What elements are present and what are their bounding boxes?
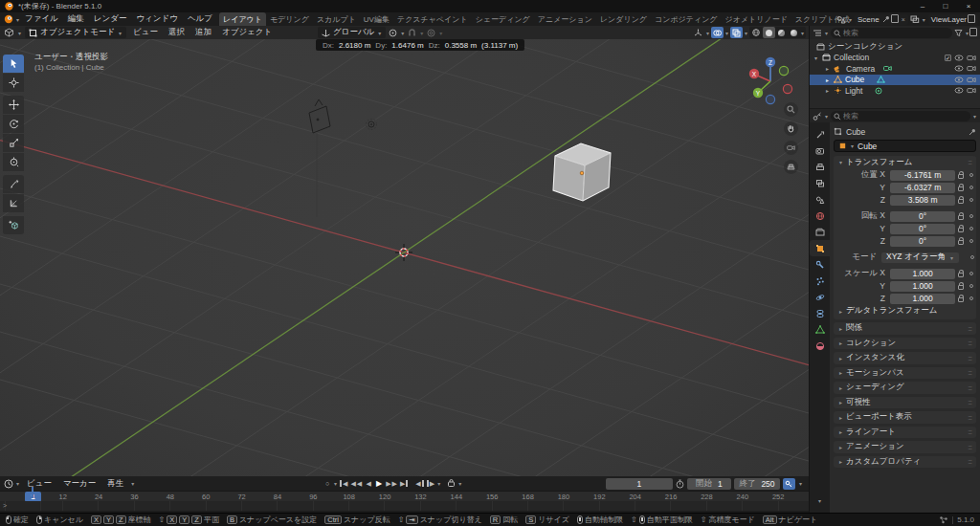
collection-render-camera-icon[interactable] — [967, 55, 976, 61]
scale-x-keyframe[interactable] — [967, 272, 976, 275]
start-frame-field[interactable]: 開始1 — [687, 478, 731, 490]
tab-object[interactable] — [810, 240, 830, 256]
channel-expand-icon[interactable]: > — [3, 501, 7, 511]
panel-custom-properties[interactable]: ▸カスタムプロパティ:::: — [834, 456, 976, 469]
tab-output[interactable] — [810, 159, 830, 175]
scale-y-field[interactable]: 1.000 — [890, 281, 956, 292]
new-viewlayer-icon[interactable] — [969, 16, 975, 23]
outliner-search-input[interactable] — [831, 28, 952, 38]
proportional-chevron-icon[interactable]: ▾ — [439, 30, 442, 36]
location-x-keyframe[interactable] — [967, 173, 976, 177]
playback-sync-button[interactable] — [446, 478, 457, 490]
properties-search-input[interactable] — [831, 111, 970, 121]
outliner-filter-chevron-icon[interactable]: ▾ — [966, 30, 969, 36]
location-z-lock[interactable] — [955, 196, 967, 204]
location-y-keyframe[interactable] — [967, 186, 976, 189]
timeline-track-area[interactable]: > — [0, 501, 809, 511]
current-frame-field[interactable]: 1 — [606, 478, 673, 490]
tool-annotate[interactable] — [3, 175, 24, 193]
rotation-y-lock[interactable] — [955, 225, 967, 232]
timeline-editor-chevron-icon[interactable]: ▾ — [16, 480, 19, 487]
collection-hide-eye-icon[interactable] — [954, 55, 964, 61]
delta-transform-panel-header[interactable]: ▸ デルタトランスフォーム — [834, 305, 976, 317]
tool-select-box[interactable] — [3, 55, 24, 73]
tab-physics[interactable] — [810, 289, 830, 305]
tool-move[interactable] — [3, 96, 24, 114]
tab-collection[interactable] — [810, 224, 830, 240]
workspace-tab-shading[interactable]: シェーディング — [472, 12, 534, 26]
scene-icon[interactable] — [836, 15, 846, 24]
shading-chevron-icon[interactable]: ▾ — [801, 30, 804, 36]
panel-relations[interactable]: ▸関係:::: — [834, 322, 976, 335]
tab-particles[interactable] — [810, 273, 830, 289]
auto-keying-chevron-icon[interactable]: ▾ — [334, 480, 337, 487]
tool-scale[interactable] — [3, 134, 24, 152]
close-button[interactable]: × — [957, 0, 980, 12]
menu-edit[interactable]: 編集 — [63, 13, 89, 25]
scale-z-lock[interactable] — [955, 295, 967, 302]
tab-render[interactable] — [810, 142, 830, 159]
scale-z-field[interactable]: 1.000 — [890, 294, 956, 304]
new-scene-icon[interactable] — [893, 16, 899, 23]
tab-tool[interactable] — [810, 126, 830, 142]
play-reverse-button[interactable]: ◀ — [364, 478, 373, 490]
properties-editor-icon[interactable] — [813, 112, 822, 121]
cube-render-camera-icon[interactable] — [967, 77, 976, 83]
rotation-mode-keyframe[interactable] — [969, 255, 976, 259]
play-button[interactable]: ▶ — [374, 478, 384, 490]
zoom-button[interactable] — [784, 102, 798, 117]
pin-id-button[interactable] — [969, 128, 976, 136]
outliner-display-chevron-icon[interactable]: ▾ — [825, 30, 828, 36]
outliner-filter-icon[interactable] — [954, 29, 963, 37]
transform-panel-header[interactable]: ▾ トランスフォーム :::: — [834, 156, 976, 168]
timeline-menu-marker[interactable]: マーカー — [58, 478, 100, 490]
outliner-row-collection[interactable]: ▾ Collection ✓ — [810, 53, 980, 64]
pivot-point-button[interactable] — [387, 27, 399, 38]
panel-viewport-display[interactable]: ▸ビューポート表示:::: — [834, 411, 976, 424]
workspace-tab-rendering[interactable]: レンダリング — [596, 12, 651, 26]
workspace-tab-geonodes[interactable]: ジオメトリノード — [722, 12, 791, 26]
tab-object-data[interactable] — [810, 321, 830, 338]
minimize-button[interactable]: – — [911, 0, 934, 12]
tab-scene[interactable] — [810, 191, 830, 208]
pan-button[interactable] — [784, 121, 798, 136]
tab-viewlayer[interactable] — [810, 175, 830, 191]
menu-render[interactable]: レンダー — [89, 13, 132, 25]
tool-measure[interactable] — [3, 194, 24, 212]
snap-chevron-icon[interactable]: ▾ — [420, 30, 423, 36]
show-gizmo-button[interactable] — [692, 27, 704, 38]
scale-y-keyframe[interactable] — [967, 284, 976, 288]
viewport-menu-add[interactable]: 追加 — [191, 27, 215, 38]
snap-toggle-button[interactable] — [406, 27, 418, 38]
step-back-button[interactable]: ◀ — [414, 478, 424, 490]
scene-chevron-icon[interactable]: ▾ — [849, 16, 852, 23]
menu-window[interactable]: ウィンドウ — [131, 13, 183, 25]
rotation-x-field[interactable]: 0° — [890, 211, 956, 222]
outliner-display-mode-icon[interactable] — [813, 29, 822, 37]
tab-world[interactable] — [810, 208, 830, 224]
rotation-z-field[interactable]: 0° — [890, 236, 956, 247]
outliner-row-camera[interactable]: ▸ Camera — [810, 63, 980, 75]
workspace-tab-uv[interactable]: UV編集 — [360, 12, 393, 26]
shading-wireframe-button[interactable] — [750, 27, 763, 38]
editor-type-3dviewport-icon[interactable] — [4, 28, 14, 37]
timeline-ruler[interactable]: 12 24 36 48 60 72 84 96 108 120 132 144 … — [0, 491, 809, 501]
tab-modifiers[interactable] — [810, 256, 830, 273]
rotation-y-field[interactable]: 0° — [890, 224, 956, 234]
proportional-edit-button[interactable] — [425, 27, 437, 38]
scene-name-field[interactable]: Scene × — [855, 14, 908, 25]
playback-menu-chevron-icon[interactable]: ▾ — [131, 480, 134, 487]
shading-solid-button[interactable] — [763, 27, 775, 38]
3d-viewport[interactable]: Dx:2.6180 m Dy:1.6476 m Dz:0.3558 m (3.1… — [0, 39, 809, 476]
tool-add-cube[interactable] — [3, 216, 24, 234]
workspace-tab-texpaint[interactable]: テクスチャペイント — [393, 12, 472, 26]
cube-hide-eye-icon[interactable] — [954, 77, 964, 83]
workspace-tab-compositing[interactable]: コンポジティング — [651, 12, 722, 26]
panel-motion-paths[interactable]: ▸モーションパス:::: — [834, 367, 976, 380]
tool-cursor[interactable] — [3, 74, 24, 92]
rotation-y-keyframe[interactable] — [967, 227, 976, 230]
step-forward-button[interactable]: ▶ — [426, 478, 435, 490]
camera-render-camera-icon[interactable] — [967, 65, 976, 72]
menu-help[interactable]: ヘルプ — [183, 13, 217, 25]
timeline-menu-view[interactable]: ビュー — [22, 478, 56, 490]
